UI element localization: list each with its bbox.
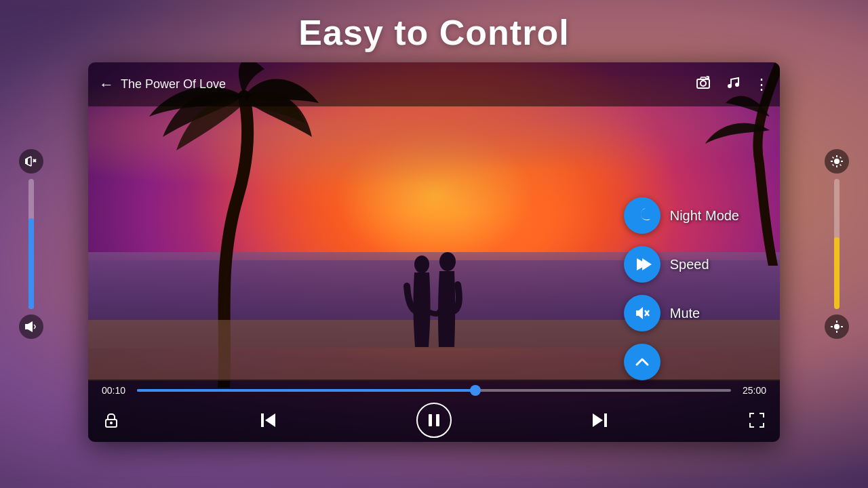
svg-line-32 — [833, 165, 834, 166]
lock-button[interactable] — [102, 411, 121, 430]
current-time: 00:10 — [102, 385, 129, 396]
screenshot-icon[interactable] — [694, 74, 712, 96]
popup-menu: Night Mode Speed — [624, 197, 739, 380]
mute-label: Mute — [670, 306, 700, 321]
controls-row — [102, 403, 766, 438]
brightness-fill — [834, 237, 840, 309]
volume-track[interactable] — [28, 179, 34, 309]
svg-rect-13 — [604, 413, 607, 427]
svg-point-1 — [439, 252, 456, 271]
svg-point-24 — [834, 159, 840, 164]
progress-row: 00:10 25:00 — [102, 385, 766, 396]
night-mode-icon-circle — [624, 197, 660, 234]
volume-slider[interactable] — [19, 149, 43, 339]
music-icon[interactable] — [726, 75, 741, 94]
svg-line-30 — [840, 165, 842, 166]
popup-collapse-button[interactable] — [624, 344, 660, 380]
brightness-high-icon — [825, 149, 849, 174]
top-icons: ⋮ — [694, 74, 769, 96]
mute-icon-circle — [624, 295, 660, 331]
progress-thumb — [470, 385, 481, 396]
progress-bar[interactable] — [137, 389, 731, 392]
svg-point-5 — [735, 83, 739, 87]
svg-point-7 — [110, 422, 113, 424]
prev-button[interactable] — [258, 410, 279, 430]
brightness-slider[interactable] — [825, 149, 849, 339]
bottom-controls: 00:10 25:00 — [88, 380, 780, 442]
svg-point-4 — [728, 84, 732, 88]
brightness-low-icon — [825, 314, 849, 339]
svg-marker-12 — [593, 413, 603, 427]
progress-fill — [137, 389, 475, 392]
svg-marker-8 — [265, 413, 275, 427]
next-button[interactable] — [589, 410, 610, 430]
speed-icon-circle — [624, 246, 660, 283]
couple-silhouette — [393, 252, 475, 347]
top-bar: ← The Power Of Love — [88, 62, 780, 106]
svg-point-33 — [834, 324, 840, 329]
svg-line-18 — [26, 157, 31, 159]
svg-rect-11 — [436, 414, 439, 426]
svg-point-0 — [414, 256, 429, 273]
svg-rect-20 — [25, 159, 28, 164]
video-player: ← The Power Of Love — [88, 62, 780, 442]
page-wrapper: Easy to Control — [0, 0, 868, 488]
back-button[interactable]: ← — [99, 76, 114, 94]
svg-rect-10 — [429, 414, 432, 426]
video-title: The Power Of Love — [121, 77, 694, 92]
brightness-track[interactable] — [834, 179, 840, 309]
speed-label: Speed — [670, 257, 709, 272]
svg-point-3 — [701, 81, 706, 86]
svg-rect-9 — [261, 413, 264, 427]
fullscreen-button[interactable] — [747, 411, 766, 430]
svg-line-19 — [26, 164, 31, 166]
svg-marker-15 — [642, 258, 652, 270]
more-options-icon[interactable]: ⋮ — [754, 76, 769, 94]
volume-fill — [28, 218, 34, 309]
mute-icon[interactable] — [19, 149, 43, 174]
pause-button[interactable] — [416, 403, 452, 438]
mute-item[interactable]: Mute — [624, 295, 739, 331]
night-mode-item[interactable]: Night Mode — [624, 197, 739, 234]
svg-line-31 — [840, 157, 842, 159]
page-title: Easy to Control — [298, 12, 569, 53]
night-mode-label: Night Mode — [670, 208, 739, 224]
speaker-icon[interactable] — [19, 314, 43, 339]
svg-line-29 — [833, 157, 834, 159]
total-time: 25:00 — [739, 385, 766, 396]
speed-item[interactable]: Speed — [624, 246, 739, 283]
svg-rect-23 — [25, 324, 28, 329]
